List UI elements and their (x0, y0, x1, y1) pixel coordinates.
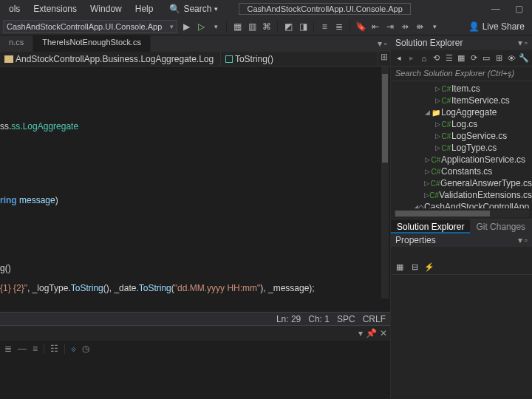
tree-item[interactable]: ▷C#LogType.cs (391, 142, 532, 154)
tool-icon[interactable]: ◨ (297, 21, 309, 33)
scrollbar-vertical[interactable] (381, 66, 389, 299)
tree-item-label: Item.cs (451, 83, 480, 94)
code-text: ), _message); (260, 283, 314, 293)
chevron-down-icon[interactable]: ▾ (518, 235, 522, 245)
wrench-icon[interactable]: 🔧 (519, 52, 529, 64)
file-icon: C# (441, 97, 451, 105)
minimize-button[interactable]: — (491, 4, 500, 14)
clock-icon[interactable]: ◷ (82, 344, 89, 354)
expand-icon[interactable]: ▷ (423, 156, 431, 163)
doc-tab[interactable]: n.cs (0, 35, 33, 52)
expand-icon[interactable]: ▷ (434, 97, 441, 104)
scrollbar-horizontal[interactable] (394, 210, 529, 217)
expand-icon[interactable]: ◢ (413, 203, 418, 208)
expand-icon[interactable]: ◢ (423, 109, 431, 116)
fwd-icon[interactable]: ▸ (406, 52, 417, 64)
tree-item[interactable]: ▷C#ItemService.cs (391, 95, 532, 106)
expand-icon[interactable]: ▷ (434, 144, 441, 151)
preview-icon[interactable]: 👁 (506, 52, 516, 64)
tool-icon[interactable]: — (18, 344, 27, 354)
start-nodebug-icon[interactable]: ▷ (195, 21, 207, 33)
live-share-button[interactable]: 👤 Live Share (468, 21, 529, 32)
close-icon[interactable]: ✕ (380, 328, 387, 338)
properties-icon[interactable]: ⊞ (494, 52, 504, 64)
indent-icon[interactable]: ≡ (318, 21, 330, 33)
tool-icon[interactable]: ⟐ (71, 344, 76, 354)
bookmark-prev-icon[interactable]: ⇤ (369, 21, 381, 33)
chevron-down-icon[interactable]: ▾ (210, 21, 222, 33)
chevron-down-icon[interactable]: ▾ (429, 21, 440, 33)
bookmark-icon[interactable]: 🔖 (355, 21, 366, 33)
file-icon: C# (441, 120, 451, 129)
menu-window[interactable]: Window (84, 1, 128, 16)
tab-git-changes[interactable]: Git Changes (470, 219, 531, 233)
menu-tools[interactable]: ols (3, 1, 26, 16)
maximize-button[interactable]: ▢ (515, 4, 523, 14)
tree-item[interactable]: ▷C#GeneralAnswerType.cs (391, 177, 532, 189)
new-item-icon[interactable]: ▦ (231, 21, 243, 33)
scroll-thumb[interactable] (395, 211, 490, 216)
collapse-icon[interactable]: ▭ (481, 52, 491, 64)
panel-title-text: Solution Explorer (395, 38, 463, 48)
solution-tree[interactable]: ▷C#Item.cs▷C#ItemService.cs◢📁LogAggregat… (391, 81, 532, 208)
pin-icon[interactable]: ▫ (525, 235, 528, 245)
chevron-down-icon[interactable]: ▾ (358, 328, 363, 338)
bookmark-icon[interactable]: ⇻ (414, 21, 426, 33)
pin-icon[interactable]: ▫ (525, 38, 528, 48)
startup-project-combo[interactable]: CashAndStockControllApp.UI.Console.App (3, 20, 177, 33)
tree-item[interactable]: ▷C#Log.cs (391, 118, 532, 130)
menu-bar: ols Extensions Window Help 🔍 Search ▾ Ca… (0, 0, 532, 18)
showall-icon[interactable]: ▦ (457, 52, 467, 64)
tree-item[interactable]: ▷C#Item.cs (391, 83, 532, 95)
sync-icon[interactable]: ⟲ (432, 52, 442, 64)
main-toolbar: CashAndStockControllApp.UI.Console.App ▶… (0, 18, 532, 35)
expand-icon[interactable]: ▷ (423, 180, 431, 187)
pin-icon[interactable]: 📌 (366, 328, 377, 338)
expand-icon[interactable]: ▷ (434, 132, 441, 140)
open-icon[interactable]: ▥ (246, 21, 258, 33)
outdent-icon[interactable]: ≣ (333, 21, 345, 33)
doc-tab-active[interactable]: ThereIsNotEnoughStock.cs (33, 35, 151, 52)
bookmark-icon[interactable]: ⇸ (399, 21, 411, 33)
live-share-label: Live Share (482, 21, 525, 32)
tree-item[interactable]: ◢📁LogAggregate (391, 106, 532, 118)
tree-item[interactable]: ◢◇CashAndStockControllApp.Data.txt (391, 201, 532, 208)
start-button[interactable]: ▶ (180, 21, 192, 33)
nav-class-combo[interactable]: AndStockControllApp.Business.LogAggregat… (0, 52, 221, 66)
code-editor[interactable]: ss.ss.LogAggregate ring message) g() {1}… (0, 66, 390, 312)
expand-icon[interactable]: ▷ (434, 85, 441, 92)
tree-item-label: ItemService.cs (451, 95, 510, 106)
refresh-icon[interactable]: ⟳ (468, 52, 479, 64)
events-icon[interactable]: ⚡ (423, 261, 435, 273)
tool-icon[interactable]: ◩ (282, 21, 294, 33)
chevron-down-icon[interactable]: ▾ (518, 38, 522, 48)
scroll-thumb[interactable] (382, 74, 388, 163)
back-icon[interactable]: ◂ (394, 52, 404, 64)
tab-solution-explorer[interactable]: Solution Explorer (391, 219, 470, 233)
menu-help[interactable]: Help (129, 1, 160, 16)
nav-member-combo[interactable]: ToString() (221, 52, 378, 66)
bookmark-next-icon[interactable]: ⇥ (384, 21, 396, 33)
tree-item[interactable]: ▷C#LogService.cs (391, 130, 532, 142)
tool-icon[interactable]: ≣ (4, 344, 12, 354)
split-icon[interactable]: ⊞ (378, 52, 390, 66)
save-all-icon[interactable]: ⌘ (261, 21, 273, 33)
pin-icon[interactable]: ▫ (384, 38, 387, 49)
expand-icon[interactable]: ▷ (423, 191, 429, 199)
chevron-down-icon[interactable]: ▾ (378, 38, 382, 49)
solution-explorer-search[interactable]: Search Solution Explorer (Ctrl+ş) (391, 66, 532, 81)
tool-icon[interactable]: ≡ (33, 344, 38, 354)
expand-icon[interactable]: ▷ (423, 168, 431, 175)
menu-extensions[interactable]: Extensions (27, 1, 83, 16)
expand-icon[interactable]: ▷ (434, 120, 441, 128)
sort-icon[interactable]: ⊟ (409, 261, 420, 273)
tree-item[interactable]: ▷C#Constants.cs (391, 166, 532, 177)
tree-item[interactable]: ▷C#ValidationExtensions.cs (391, 189, 532, 201)
search-box[interactable]: 🔍 Search ▾ (165, 4, 222, 14)
method-icon (225, 55, 233, 63)
filter-icon[interactable]: ☰ (444, 52, 454, 64)
home-icon[interactable]: ⌂ (419, 52, 429, 64)
categorize-icon[interactable]: ▦ (394, 261, 406, 273)
tree-item[interactable]: ▷C#ApplicationService.cs (391, 154, 532, 166)
tool-icon[interactable]: ☷ (50, 344, 58, 354)
